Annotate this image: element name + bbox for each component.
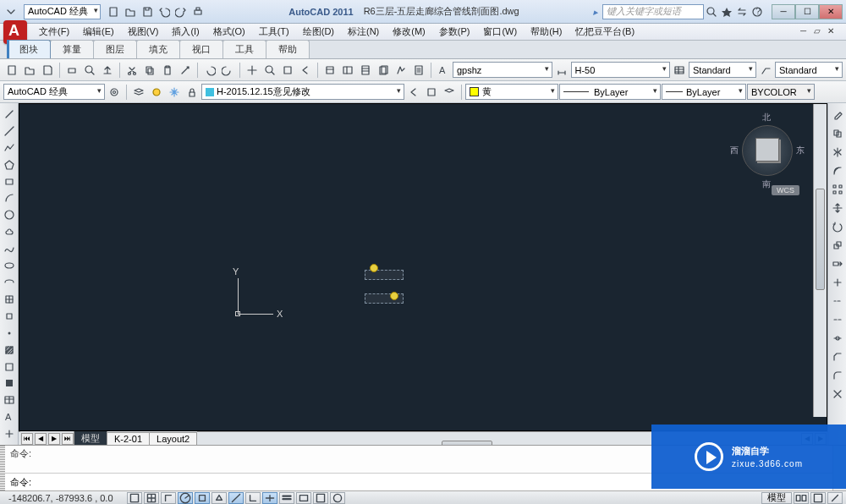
tablestyle-icon[interactable] (671, 62, 688, 79)
offset-icon[interactable] (829, 162, 846, 179)
mdi-minimize-button[interactable]: ─ (800, 26, 812, 38)
properties-icon[interactable] (321, 62, 338, 79)
rectangle-icon[interactable] (2, 174, 17, 189)
new-icon[interactable] (106, 4, 121, 19)
rotate-icon[interactable] (829, 218, 846, 235)
layout-last-icon[interactable]: ⏭ (62, 433, 74, 445)
designcenter-icon[interactable] (339, 62, 356, 79)
otrack-toggle[interactable] (228, 492, 244, 504)
fillet-icon[interactable] (829, 367, 846, 384)
tab-tool[interactable]: 工具 (222, 40, 266, 58)
markup-icon[interactable] (393, 62, 409, 79)
qp-toggle[interactable] (313, 492, 328, 504)
polyline-icon[interactable] (2, 140, 17, 156)
redo-tb-icon[interactable] (219, 62, 236, 79)
chamfer-icon[interactable] (829, 348, 846, 365)
line-icon[interactable] (2, 107, 17, 122)
qat-arrow-icon[interactable] (3, 4, 19, 19)
save-file-icon[interactable] (39, 62, 56, 79)
menu-tools[interactable]: 工具(T) (252, 24, 296, 40)
dyninput-toggle[interactable] (262, 492, 277, 504)
drawing-canvas[interactable]: 北 南 西 东 WCS Y X (19, 103, 827, 431)
undo-icon[interactable] (157, 4, 172, 19)
region-icon[interactable] (2, 376, 17, 392)
zoom-realtime-icon[interactable] (261, 62, 278, 79)
ellipse-icon[interactable] (2, 258, 17, 273)
pan-icon[interactable] (244, 62, 261, 79)
gradient-icon[interactable] (2, 359, 17, 375)
workspace-settings-icon[interactable] (106, 84, 123, 101)
menu-draw[interactable]: 绘图(D) (296, 24, 341, 40)
move-icon[interactable] (829, 200, 846, 216)
open-icon[interactable] (123, 4, 138, 19)
tpy-toggle[interactable] (296, 492, 311, 504)
layout-tab-1[interactable]: K-2-01 (107, 432, 150, 446)
menu-format[interactable]: 格式(O) (206, 24, 252, 40)
textstyle-dropdown[interactable]: gpshz (453, 62, 552, 78)
infocenter-search-icon[interactable] (704, 4, 719, 19)
save-icon[interactable] (140, 4, 155, 19)
lineweight-dropdown[interactable]: ByLayer (662, 84, 746, 100)
menu-view[interactable]: 视图(V) (121, 24, 166, 40)
menu-modify[interactable]: 修改(M) (386, 24, 432, 40)
zoom-window-icon[interactable] (279, 62, 296, 79)
menu-dimension[interactable]: 标注(N) (341, 24, 386, 40)
color-dropdown[interactable]: 黄 (465, 84, 558, 100)
redo-icon[interactable] (173, 4, 189, 19)
workspace-dropdown-2[interactable]: AutoCAD 经典 (3, 84, 105, 100)
insert-block-icon[interactable] (2, 292, 17, 307)
erase-icon[interactable] (829, 107, 846, 123)
ducs-toggle[interactable] (245, 492, 261, 504)
scale-icon[interactable] (829, 237, 846, 254)
plotstyle-dropdown[interactable]: BYCOLOR (747, 84, 815, 100)
revcloud-icon[interactable] (2, 224, 17, 239)
subscription-icon[interactable] (719, 4, 734, 19)
menu-help[interactable]: 帮助(H) (524, 24, 569, 40)
stretch-icon[interactable] (829, 255, 846, 272)
tab-hatch[interactable]: 填充 (136, 40, 180, 58)
tab-block[interactable]: 图块 (7, 40, 51, 58)
plot-icon[interactable] (63, 62, 80, 79)
arc-icon[interactable] (2, 191, 17, 206)
layer-freeze-icon[interactable] (166, 84, 183, 101)
maximize-button[interactable]: ☐ (795, 4, 819, 19)
exchange-icon[interactable] (734, 4, 750, 19)
grid-toggle[interactable] (144, 492, 159, 504)
menu-file[interactable]: 文件(F) (32, 24, 76, 40)
open-file-icon[interactable] (21, 62, 38, 79)
ortho-toggle[interactable] (161, 492, 176, 504)
make-block-icon[interactable] (2, 309, 17, 324)
tab-help[interactable]: 帮助 (266, 40, 310, 58)
toolpalettes-icon[interactable] (357, 62, 374, 79)
menu-platform[interactable]: 忆把豆平台(B) (569, 24, 641, 40)
trim-icon[interactable] (829, 274, 846, 291)
dimstyle-dropdown[interactable]: H-50 (571, 62, 671, 78)
workspace-dropdown[interactable]: AutoCAD 经典 (24, 4, 101, 19)
drawing-tag-1[interactable] (370, 264, 378, 272)
circle-icon[interactable] (2, 207, 17, 222)
mdi-restore-button[interactable]: ▱ (814, 26, 826, 38)
close-button[interactable]: ✕ (819, 4, 843, 19)
3dosnap-toggle[interactable] (212, 492, 227, 504)
break-icon[interactable] (829, 311, 846, 328)
quickview-layouts-icon[interactable] (794, 492, 809, 504)
sheetset-icon[interactable] (375, 62, 392, 79)
linetype-dropdown[interactable]: ByLayer (559, 84, 661, 100)
tab-layer[interactable]: 图层 (93, 40, 137, 58)
help-icon[interactable]: ? (750, 4, 765, 19)
menu-insert[interactable]: 插入(I) (165, 24, 206, 40)
snap-toggle[interactable] (127, 492, 142, 504)
new-file-icon[interactable] (3, 62, 20, 79)
osnap-toggle[interactable] (195, 492, 210, 504)
layer-prev-icon[interactable] (405, 84, 422, 101)
layer-status-icon[interactable] (148, 84, 165, 101)
copyobj-icon[interactable] (829, 125, 846, 142)
polar-toggle[interactable] (178, 492, 193, 504)
join-icon[interactable] (829, 330, 846, 347)
menu-parametric[interactable]: 参数(P) (432, 24, 477, 40)
layer-props-icon[interactable] (130, 84, 147, 101)
sc-toggle[interactable] (330, 492, 345, 504)
layer-lock-icon[interactable] (184, 84, 201, 101)
coords-readout[interactable]: -148206.7, -87993.6 , 0.0 (3, 493, 118, 503)
layout-tab-2[interactable]: Layout2 (149, 432, 197, 446)
